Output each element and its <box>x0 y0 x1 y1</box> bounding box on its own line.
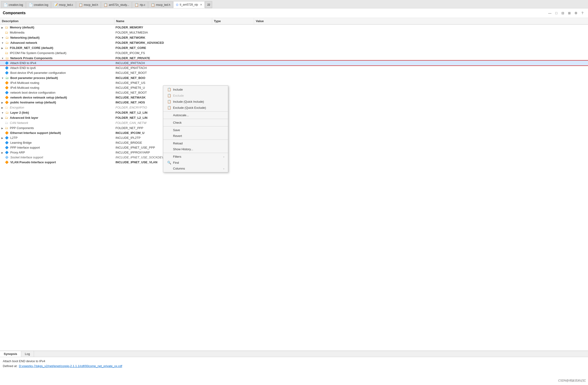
table-row[interactable]: ▶ 🔶 IPv6 Multicast routing INCLUDE_IPNET… <box>0 85 588 90</box>
expand-icon[interactable]: ▶ <box>1 117 3 119</box>
expand-icon[interactable]: ▶ <box>1 151 3 154</box>
maximize-button[interactable]: □ <box>553 10 559 16</box>
expand-icon[interactable]: ▼ <box>1 42 4 44</box>
table-row[interactable]: ▶ 🔷 Learning Bridge INCLUDE_BRIDGE <box>0 140 588 145</box>
row-name: FOLDER_NET_PPP <box>116 126 143 130</box>
row-value <box>254 45 588 50</box>
tab-icon-5: 📋 <box>104 3 107 7</box>
ctx-save-label: Save <box>173 128 180 132</box>
row-desc: Attach END to IPv4 <box>10 61 36 65</box>
table-row[interactable]: ▶ 🔷 Attach END to IPv4 INCLUDE_IPATTACH <box>0 61 588 65</box>
row-type <box>212 40 254 45</box>
table-row[interactable]: ▼ 🗂 Networking (default) FOLDER_NETWORK <box>0 35 588 40</box>
expand-icon[interactable]: ▶ <box>1 137 3 139</box>
table-row[interactable]: ▶ 🗂 FOLDER_NET_CORE (default) FOLDER_NET… <box>0 45 588 50</box>
tab-log[interactable]: Log <box>21 351 34 357</box>
minimize-button[interactable]: — <box>547 10 553 16</box>
row-name: FOLDER_MULTIMEDIA <box>116 31 148 34</box>
tab-overflow[interactable]: 22 <box>205 1 212 8</box>
tab-ti-am5728[interactable]: ⊙ ti_am5728_vip ✕ <box>173 1 205 8</box>
fit-button[interactable]: ⊞ <box>567 10 572 16</box>
table-row[interactable]: ▶ 🗂 PPP Components FOLDER_NET_PPP <box>0 125 588 130</box>
folder-icon: 🗂 <box>5 30 8 34</box>
table-row[interactable]: ▼ 🗂 Layer 2 (link) FOLDER_NET_L2_LIN <box>0 110 588 115</box>
row-name: INCLUDE_IPNET_USE_SOCKDEV <box>116 156 164 159</box>
bottom-panel: Synopsis Log Attach boot END device to I… <box>0 351 588 385</box>
ctx-check[interactable]: Check <box>163 120 228 126</box>
ctx-autoscale[interactable]: Autoscale... <box>163 112 228 118</box>
table-row[interactable]: ▶ 🔷 L2TP INCLUDE_IPL2TP <box>0 135 588 140</box>
table-row[interactable]: ▶ 🗂 IPCOM File System Components (defaul… <box>0 50 588 55</box>
expand-icon[interactable]: ▶ <box>1 127 3 129</box>
component-icon: 🔶 <box>5 96 9 99</box>
tab-creation-log-2[interactable]: 📄 creation.log <box>26 1 51 8</box>
expand-icon[interactable]: ▶ <box>1 101 3 104</box>
synopsis-defined-at: Defined at: D:vxworks-7/pkgs_v2/net/ipne… <box>3 364 585 368</box>
ctx-revert[interactable]: Revert <box>163 133 228 139</box>
ctx-save[interactable]: Save <box>163 127 228 133</box>
ctx-reload[interactable]: Reload <box>163 140 228 146</box>
ctx-include-icon: 📋 <box>167 87 171 91</box>
table-row[interactable]: ▶ 🗂 Multimedia FOLDER_MULTIMEDIA <box>0 30 588 35</box>
table-row[interactable]: ▶ 🔷 Attach END to ipv6 INCLUDE_IP6ATTACH <box>0 65 588 70</box>
tab-mscp-led-c[interactable]: 📝 mscp_led.c <box>51 1 76 8</box>
table-row[interactable]: ▶ 🔷 Boot device IPv6 parameter configura… <box>0 70 588 75</box>
table-row[interactable]: ▶ 🗂 CAN Network FOLDER_CAN_NETW <box>0 120 588 125</box>
tab-rtp-c[interactable]: 📋 rtp.c <box>132 1 148 8</box>
expand-icon[interactable]: ▶ <box>1 107 3 109</box>
row-type <box>212 30 254 35</box>
table-row[interactable]: ▶ 🔶 IPv4 Multicast routing INCLUDE_IPNET… <box>0 80 588 85</box>
expand-icon[interactable]: ▼ <box>1 57 4 60</box>
expand-icon[interactable]: ▼ <box>1 37 4 39</box>
tab-creation-log-1[interactable]: 📄 creation.log <box>1 1 26 8</box>
ctx-include[interactable]: 📋 Include <box>163 86 228 92</box>
table-row[interactable]: ▶ 🔶 Ethernet Interface support (default)… <box>0 130 588 135</box>
ctx-quick-exclude[interactable]: 📋 Exclude (Quick Exclude) <box>163 105 228 111</box>
row-type <box>212 50 254 55</box>
table-row[interactable]: ▶ 🔷 Socket Interface support INCLUDE_IPN… <box>0 155 588 160</box>
settings-button[interactable]: ⚙ <box>573 10 579 16</box>
table-row[interactable]: ▶ 🔷 Proxy ARP INCLUDE_IPPROXYARP <box>0 150 588 155</box>
row-value <box>254 85 588 90</box>
restore-button[interactable]: ⊟ <box>560 10 566 16</box>
tab-mscp-led-h[interactable]: 📋 mscp_led.h <box>76 1 101 8</box>
tab-mscp-led-h-2[interactable]: 📋 mscp_led.h <box>148 1 173 8</box>
expand-icon[interactable]: ▼ <box>1 111 4 114</box>
row-desc: Proxy ARP <box>10 151 25 154</box>
row-type <box>212 80 254 85</box>
table-row[interactable]: ▼ 🗂 Network Private Components FOLDER_NE… <box>0 55 588 61</box>
synopsis-description: Attach boot END device to IPv4 <box>3 359 585 363</box>
row-desc: Multimedia <box>10 31 24 34</box>
table-row[interactable]: ▶ 🗂 Encryption FOLDER_ENCRYPTIO <box>0 105 588 110</box>
ctx-columns[interactable]: Columns › <box>163 166 228 171</box>
ctx-quick-include[interactable]: 📋 Include (Quick Include) <box>163 99 228 105</box>
table-row[interactable]: ▶ 🔷 PPP Interface support INCLUDE_IPNET_… <box>0 145 588 150</box>
row-type <box>212 45 254 50</box>
synopsis-link[interactable]: D:vxworks-7/pkgs_v2/net/ipnet/coreip-2.1… <box>19 364 122 368</box>
row-value <box>254 110 588 115</box>
tab-close-8[interactable]: ✕ <box>200 3 202 6</box>
expand-icon[interactable]: ▶ <box>1 26 3 29</box>
table-row[interactable]: ▶ 🔶 network device netmask setup (defaul… <box>0 95 588 100</box>
table-row[interactable]: ▶ 🔶 VLAN Pseudo Interface support INCLUD… <box>0 160 588 165</box>
table-row[interactable]: ▼ 🗂 Boot parameter process (default) INC… <box>0 75 588 80</box>
expand-icon[interactable]: ▶ <box>1 47 3 49</box>
expand-icon[interactable]: ▼ <box>1 77 4 79</box>
tab-label-2: creation.log <box>34 3 48 6</box>
row-value <box>254 145 588 150</box>
component-icon: 🔷 <box>5 61 9 65</box>
table-row[interactable]: ▼ 🗂 Advanced network FOLDER_NETWORK_ADVA… <box>0 40 588 45</box>
table-row[interactable]: ▶ 🗂 Memory (default) FOLDER_MEMORY <box>0 24 588 30</box>
bottom-tab-bar: Synopsis Log <box>0 351 588 357</box>
table-row[interactable]: ▶ 🗂 Advanced link layer FOLDER_NET_L2_LI… <box>0 115 588 120</box>
table-row[interactable]: ▶ 🔷 network boot device configuration IN… <box>0 90 588 95</box>
components-table-container[interactable]: Description Name Type Value ▶ 🗂 Memory (… <box>0 18 588 351</box>
component-icon: 🔷 <box>5 151 9 154</box>
ctx-find[interactable]: 🔍 Find <box>163 160 228 166</box>
table-row[interactable]: ▶ 🔶 public hostname setup (default) INCL… <box>0 100 588 105</box>
tab-synopsis[interactable]: Synopsis <box>0 351 21 357</box>
ctx-show-history[interactable]: Show History... <box>163 146 228 152</box>
ctx-filters[interactable]: Filters › <box>163 154 228 160</box>
help-button[interactable]: ? <box>580 10 585 16</box>
tab-am572x[interactable]: 📋 am572x_study... <box>101 1 132 8</box>
